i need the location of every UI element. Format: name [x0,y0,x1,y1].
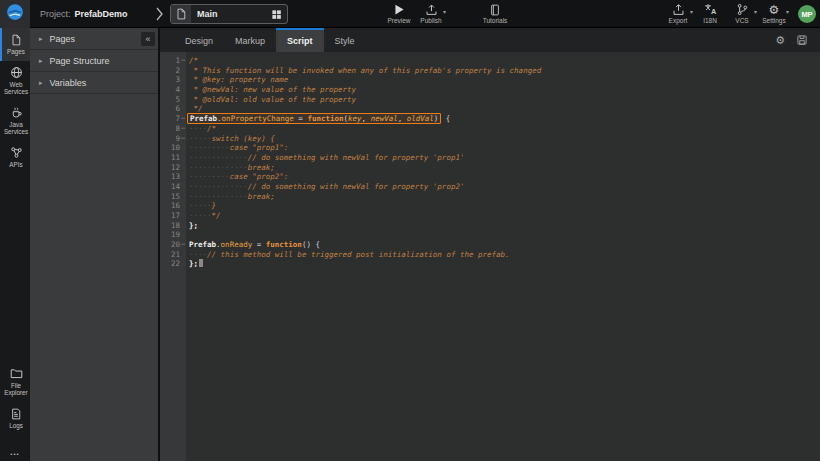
avatar[interactable]: MP [798,5,816,23]
editor-code-area[interactable]: /* * This function will be invoked when … [186,52,820,461]
code-line-21[interactable]: ····// this method will be triggered pos… [189,250,820,260]
settings-label: Settings [762,17,786,24]
code-line-12[interactable]: ·············break; [189,163,820,173]
code-line-16[interactable]: ·····} [189,201,820,211]
gutter-line-5[interactable]: 5 [160,95,186,105]
gutter-line-10[interactable]: 10 [160,143,186,153]
editor-tabbar: DesignMarkupScriptStyle ⚙ [160,28,820,52]
save-button[interactable] [796,34,808,46]
vcs-label: VCS [735,17,748,24]
code-line-10[interactable]: ·········case "prop1": [189,143,820,153]
tab-script[interactable]: Script [276,28,324,52]
project-label: Project: [40,9,71,19]
editor-toolbar: ⚙ [775,28,820,52]
topbar-left-actions: Preview ▾ Publish Tutorials [383,2,511,24]
gutter-line-9[interactable]: 9– [160,134,186,144]
code-line-14[interactable]: ·············// do something with newVal… [189,182,820,192]
tab-markup[interactable]: Markup [224,28,276,52]
panel-section-pages[interactable]: ▸ Pages [30,28,158,50]
code-line-2[interactable]: * This function will be invoked when any… [189,66,820,76]
code-line-9[interactable]: ·····switch (key) { [189,134,820,144]
panel-section-variables[interactable]: ▸ Variables [30,72,158,94]
publish-label: Publish [420,17,441,24]
gutter-line-21[interactable]: 21 [160,250,186,260]
panel-section-label: Pages [50,34,76,44]
code-editor[interactable]: 1–234567–8–9–1011121314151617181920–2122… [160,52,820,461]
gutter-line-17[interactable]: 17 [160,211,186,221]
wavemaker-logo[interactable] [0,0,30,28]
tutorials-button[interactable]: Tutorials [479,2,511,24]
gutter-line-19[interactable]: 19 [160,230,186,240]
gutter-line-22[interactable]: 22 [160,259,186,269]
gutter-line-13[interactable]: 13 [160,172,186,182]
sidebar-item-label: WebServices [4,81,28,95]
collapse-panel-button[interactable]: « [141,32,155,46]
code-line-20[interactable]: Prefab.onReady = function() { [189,240,820,250]
code-line-22[interactable]: }; [189,259,820,269]
tab-style[interactable]: Style [324,28,366,52]
sidebar-bottom-group: FileExplorer Logs [0,362,30,435]
code-line-17[interactable]: ·····*/ [189,211,820,221]
sidebar-item-java-services[interactable]: JavaServices [0,101,30,141]
topbar-right-actions: ▾ Export A I18N ▾ VCS ⚙ ▾ Settings [662,2,790,24]
gutter-line-3[interactable]: 3 [160,75,186,85]
sidebar-item-label: JavaServices [4,121,28,135]
tab-design[interactable]: Design [174,28,224,52]
editor-gutter[interactable]: 1–234567–8–9–1011121314151617181920–2122 [160,52,186,461]
gutter-line-2[interactable]: 2 [160,66,186,76]
gutter-line-20[interactable]: 20– [160,240,186,250]
sidebar-item-logs[interactable]: Logs [0,402,30,435]
editor-tabs: DesignMarkupScriptStyle [174,28,366,52]
pages-panel: ▸ Pages ▸ Page Structure ▸ Variables « [30,28,160,461]
sidebar-item-file-explorer[interactable]: FileExplorer [0,362,30,402]
chevron-right-icon: ▸ [39,57,43,65]
code-line-19[interactable] [189,230,820,240]
gutter-line-6[interactable]: 6 [160,104,186,114]
chevron-down-icon: ▾ [786,8,789,15]
gutter-line-12[interactable]: 12 [160,163,186,173]
script-settings-button[interactable]: ⚙ [775,34,785,46]
page-selector[interactable]: Main [170,4,288,24]
sidebar-top-group: Pages WebServices JavaServices APIs [0,28,30,174]
code-line-4[interactable]: * @newVal: new value of the property [189,85,820,95]
gutter-line-16[interactable]: 16 [160,201,186,211]
preview-button[interactable]: Preview [383,2,415,24]
gutter-line-8[interactable]: 8– [160,124,186,134]
code-line-18[interactable]: }; [189,221,820,231]
code-line-1[interactable]: /* [189,56,820,66]
settings-button[interactable]: ⚙ ▾ Settings [758,2,790,24]
gutter-line-15[interactable]: 15 [160,192,186,202]
publish-button[interactable]: ▾ Publish [415,2,447,24]
chevron-down-icon: ▾ [690,8,693,15]
code-line-3[interactable]: * @key: property name [189,75,820,85]
panel-section-label: Page Structure [50,56,110,66]
code-line-5[interactable]: * @oldVal: old value of the property [189,95,820,105]
gear-icon: ⚙ [775,34,785,46]
code-line-13[interactable]: ·········case "prop2": [189,172,820,182]
code-line-15[interactable]: ·············break; [189,192,820,202]
more-menu-button[interactable]: ••• [0,451,30,457]
sidebar-item-pages[interactable]: Pages [0,28,30,61]
log-icon [10,407,22,420]
code-line-7[interactable]: Prefab.onPropertyChange = function(key, … [189,114,820,124]
page-selector-label: Main [191,9,265,19]
gutter-line-4[interactable]: 4 [160,85,186,95]
export-button[interactable]: ▾ Export [662,2,694,24]
gutter-line-7[interactable]: 7– [160,114,186,124]
gutter-line-1[interactable]: 1– [160,56,186,66]
panel-section-page-structure[interactable]: ▸ Page Structure [30,50,158,72]
vcs-button[interactable]: ▾ VCS [726,2,758,24]
gutter-line-14[interactable]: 14 [160,182,186,192]
code-line-8[interactable]: ····/* [189,124,820,134]
sidebar-item-label: APIs [9,161,22,168]
grid-icon[interactable] [265,9,287,20]
chevron-right-icon [156,7,163,25]
topbar: Project: PrefabDemo Main Preview ▾ Publi… [0,0,820,28]
i18n-button[interactable]: A I18N [694,2,726,24]
sidebar-item-web-services[interactable]: WebServices [0,61,30,101]
gutter-line-18[interactable]: 18 [160,221,186,231]
code-line-11[interactable]: ·············// do something with newVal… [189,153,820,163]
gutter-line-11[interactable]: 11 [160,153,186,163]
page-icon [171,5,191,23]
sidebar-item-apis[interactable]: APIs [0,141,30,174]
